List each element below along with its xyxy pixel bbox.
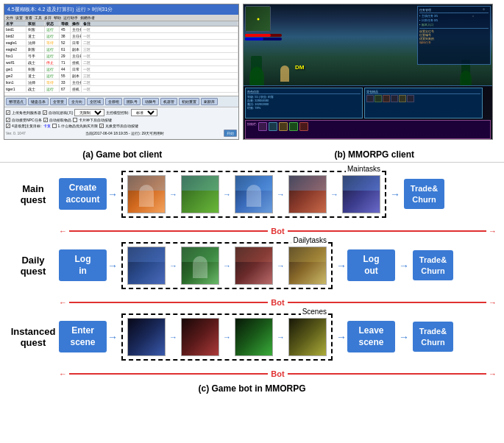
toolbar-area: 整理选点 键盘击杀 全管赏 全方向 全区域 全群组 团队号 动脑号 机器管 初始… <box>4 96 238 107</box>
checkbox-auto-fight[interactable]: ✓ <box>43 110 47 115</box>
toolbar-btn-all-group[interactable]: 全群组 <box>105 98 122 105</box>
daily-bot-row: ← Bot → <box>59 297 497 308</box>
daily-quest-flow: Login → Dailytasks → → → <box>59 242 497 289</box>
game-world-view: 任务管理 ▪ 主线任务 3/5 ▪ 日常任务 0/5 ▪ 副本入口 设置定位号 … <box>244 4 492 139</box>
thumb-arrow-1: → <box>169 190 177 199</box>
instanced-bot-text: Bot <box>268 369 287 378</box>
thumb-arrow-3: → <box>277 190 285 199</box>
toolbar-btn-reset[interactable]: 初始重置 <box>179 98 199 105</box>
enter-scene-button[interactable]: Enterscene <box>59 321 107 352</box>
instanced-quest-row: Instancedquest Enterscene → Scenes → → <box>7 309 497 379</box>
daily-trade-churn: Trade&Churn <box>413 250 453 280</box>
thumb-scene-4 <box>288 318 327 356</box>
right-caption: (b) MMORPG client <box>334 149 414 160</box>
thumb-scene-2 <box>181 318 219 356</box>
main-ctrl-dropdown[interactable]: 标准 <box>131 109 157 116</box>
instanced-bot-arrow: → <box>489 369 497 378</box>
toolbar-btn-refresh[interactable]: 刷新库 <box>201 98 218 105</box>
checkbox-auto-pickup[interactable]: ✓ <box>43 118 48 122</box>
arrow-scene-2: → <box>336 331 347 343</box>
thumb-main-5 <box>342 175 380 213</box>
diagram-section: Mainquest Createaccount → Maintasks → → <box>0 163 504 397</box>
arrow-daily-1: → <box>107 260 118 272</box>
arrow-1: → <box>107 188 118 200</box>
daily-quest-label: Dailyquest <box>7 255 59 277</box>
app-title-bar: 4.5覆糊板本: 4.2 遗及打算扫) 运行 > 时间31分 <box>4 4 238 15</box>
toolbar-btn-all-manage[interactable]: 全管赏 <box>50 98 67 105</box>
toolbar-btn-machine[interactable]: 机器管 <box>160 98 177 105</box>
instanced-quest-label: Instancedquest <box>7 326 59 348</box>
daily-bot-label: ← <box>59 298 67 307</box>
toolbar-btn-select[interactable]: 整理选点 <box>6 98 26 105</box>
menu-item[interactable]: 工具 <box>35 15 42 20</box>
thumb-daily-2 <box>181 247 219 285</box>
arrow-scene-3: → <box>399 331 409 343</box>
start-stop-btn[interactable]: 开始 <box>224 130 237 137</box>
thumb-main-4 <box>288 175 327 213</box>
menu-item[interactable]: 捐赠作者 <box>80 15 95 20</box>
log-in-button[interactable]: Login <box>59 249 107 281</box>
main-quest-content-row: Mainquest Createaccount → Maintasks → → <box>7 166 497 222</box>
instanced-bot-row: ← Bot → <box>59 369 497 379</box>
menu-item[interactable]: 多开 <box>44 15 52 20</box>
checkbox-scene[interactable]: ✓ <box>6 124 10 128</box>
toolbar-btn-all-dir[interactable]: 全方向 <box>68 98 85 105</box>
toolbar-btn-team[interactable]: 团队号 <box>124 98 141 105</box>
thumb-main-1 <box>127 175 166 213</box>
menu-item[interactable]: 设置 <box>15 15 23 20</box>
thumb-daily-3 <box>235 247 273 285</box>
top-screenshots-section: 4.5覆糊板本: 4.2 遗及打算扫) 运行 > 时间31分 文件 设置 查看 … <box>0 0 504 147</box>
toolbar-btn-keyboard[interactable]: 键盘击杀 <box>28 98 49 105</box>
menu-item[interactable]: 文件 <box>6 15 13 20</box>
checkbox-upload[interactable]: ✓ <box>6 110 10 115</box>
toolbar-btn-all-region[interactable]: 全区域 <box>87 98 104 105</box>
mmorpg-client-screenshot: 任务管理 ▪ 主线任务 3/5 ▪ 日常任务 0/5 ▪ 副本入口 设置定位号 … <box>243 4 493 140</box>
instanced-quest-flow: Enterscene → Scenes → → → <box>59 313 497 361</box>
main-quest-flow: Createaccount → Maintasks → → <box>59 171 497 218</box>
menu-item[interactable]: 运行助手 <box>63 15 78 20</box>
daily-tasks-box: Dailytasks → → → <box>121 242 333 289</box>
daily-bot-text: Bot <box>268 298 287 307</box>
thumb-arrow-2: → <box>223 190 231 199</box>
controls-area: ✓ 上传角色到服务器 ✓ 自动玩游戏(只) 无限制主任务 主控模型控制: 标准 … <box>4 107 238 139</box>
main-tasks-box: Maintasks → → → <box>121 171 386 218</box>
checkbox-exchange[interactable]: ✓ <box>99 124 104 128</box>
scenes-label: Scenes <box>301 308 328 316</box>
main-trade-churn: Trade&Churn <box>404 179 444 209</box>
thumb-scene-1 <box>127 318 166 356</box>
mode-dropdown[interactable]: 无限制主任务 <box>74 109 104 116</box>
menu-item[interactable]: 查看 <box>25 15 32 20</box>
create-account-button[interactable]: Createaccount <box>59 178 107 210</box>
thumb-scene-arrow-2: → <box>223 333 231 341</box>
arrow-daily-2: → <box>336 260 347 272</box>
screenshot-captions: (a) Game bot client (b) MMORPG client <box>0 147 504 162</box>
toolbar-btn-brain[interactable]: 动脑号 <box>142 98 159 105</box>
thumb-daily-arrow-2: → <box>223 261 231 270</box>
arrow-2: → <box>390 188 400 200</box>
menu-item[interactable]: 帮助 <box>54 15 61 20</box>
instanced-bot-label: ← <box>59 369 67 378</box>
main-bot-text: Bot <box>268 227 287 235</box>
arrow-daily-3: → <box>399 260 409 272</box>
thumb-scene-arrow-3: → <box>277 333 285 341</box>
left-caption: (a) Game bot client <box>82 149 162 160</box>
main-bot-row: ← Bot → <box>59 226 497 236</box>
bottom-caption-area: (c) Game bot in MMORPG <box>7 380 497 394</box>
account-table: 名字 班别 状态 等级 操作 备注 bird1剑客运行45主任务一区 bird2… <box>4 21 238 96</box>
main-quest-row: Mainquest Createaccount → Maintasks → → <box>7 166 497 236</box>
thumb-scene-3 <box>235 318 273 356</box>
version-info: Ver. 0. 1047 <box>6 131 26 135</box>
scenes-box: Scenes → → → <box>121 313 333 361</box>
checkbox-farming[interactable] <box>52 124 57 128</box>
thumb-daily-4 <box>288 247 327 285</box>
log-out-button[interactable]: Logout <box>347 249 395 281</box>
main-bot-label: ← <box>59 227 67 235</box>
checkbox-auto-trade[interactable] <box>73 118 77 122</box>
leave-scene-button[interactable]: Leavescene <box>347 321 395 352</box>
checkbox-auto-npc[interactable]: ✓ <box>6 118 10 122</box>
thumb-main-3 <box>235 175 273 213</box>
main-bot-arrow: → <box>489 227 497 235</box>
daily-quest-row: Dailyquest Login → Dailytasks → → <box>7 238 497 308</box>
daily-bot-arrow: → <box>489 298 497 307</box>
thumb-scene-arrow-1: → <box>169 333 177 341</box>
